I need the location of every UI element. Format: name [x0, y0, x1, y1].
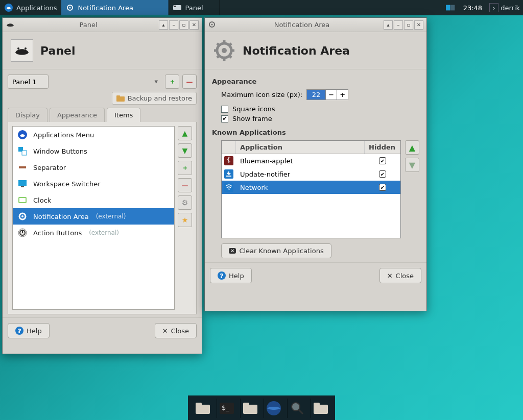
remove-panel-button[interactable]: —: [182, 75, 197, 89]
window-up-button[interactable]: ▴: [384, 20, 393, 30]
user-label[interactable]: derrik: [501, 4, 523, 12]
window-up-button[interactable]: ▴: [159, 20, 168, 30]
notif-header: Notification Area: [205, 32, 426, 69]
spinner-minus-button[interactable]: −: [325, 90, 337, 100]
window-close-button[interactable]: ✕: [189, 20, 199, 30]
dock-files-icon[interactable]: [193, 399, 212, 418]
dock-files-icon[interactable]: [311, 399, 330, 418]
col-application[interactable]: Application: [236, 141, 365, 154]
square-icons-checkbox[interactable]: [221, 106, 228, 113]
tab-display[interactable]: Display: [8, 108, 47, 122]
table-row[interactable]: Network: [222, 181, 400, 194]
table-row[interactable]: Blueman-applet: [222, 154, 400, 167]
table-row[interactable]: Update-notifier: [222, 167, 400, 181]
show-frame-checkbox[interactable]: [221, 115, 228, 122]
svg-point-35: [222, 48, 227, 53]
move-down-button[interactable]: ▼: [178, 143, 192, 158]
separator-icon: [17, 162, 28, 173]
item-favorite-button[interactable]: ★: [178, 213, 192, 227]
list-item[interactable]: Applications Menu: [13, 127, 174, 143]
show-frame-label: Show frame: [232, 115, 272, 122]
app-move-down-button[interactable]: ▼: [405, 158, 419, 172]
svg-point-20: [21, 215, 23, 217]
spinner-plus-button[interactable]: +: [337, 90, 348, 100]
folder-icon: [116, 95, 125, 102]
table-header: Application Hidden: [222, 141, 400, 154]
window-title: Panel: [18, 21, 159, 29]
remove-item-button[interactable]: —: [178, 178, 192, 192]
svg-point-44: [292, 403, 300, 411]
item-label: Applications Menu: [33, 131, 94, 139]
hidden-checkbox[interactable]: [379, 184, 386, 191]
notif-titlebar[interactable]: Notification Area ▴ – ▫ ✕: [205, 18, 426, 32]
add-item-button[interactable]: ＋: [178, 161, 192, 175]
app-name: Update-notifier: [236, 170, 365, 178]
dock-terminal-icon[interactable]: $_: [217, 399, 236, 418]
tab-appearance[interactable]: Appearance: [50, 108, 105, 122]
panel-select[interactable]: Panel 1: [8, 75, 49, 89]
svg-rect-6: [450, 5, 455, 11]
col-hidden[interactable]: Hidden: [365, 141, 400, 154]
window-maximize-button[interactable]: ▫: [404, 20, 413, 30]
taskbar-task-panel[interactable]: Panel: [169, 0, 220, 15]
notif-close-button[interactable]: ✕ Close: [379, 268, 421, 283]
backup-restore-button[interactable]: Backup and restore: [112, 92, 197, 105]
close-icon: ✕: [162, 327, 168, 335]
panel-close-button[interactable]: ✕ Close: [155, 323, 197, 338]
hidden-checkbox[interactable]: [379, 170, 386, 178]
help-icon: ?: [15, 327, 23, 335]
list-item[interactable]: Window Buttons: [13, 143, 174, 159]
svg-rect-47: [314, 403, 320, 406]
svg-rect-4: [174, 6, 176, 7]
list-item[interactable]: Separator: [13, 159, 174, 176]
gear-icon: [17, 211, 28, 222]
applications-menu-button[interactable]: Applications: [0, 0, 61, 15]
dock-search-icon[interactable]: [287, 399, 306, 418]
apps-menu-icon: [17, 129, 28, 140]
gear-big-icon: [213, 39, 235, 62]
appearance-section-label: Appearance: [212, 78, 419, 85]
window-minimize-button[interactable]: –: [169, 20, 178, 30]
window-buttons-icon: [17, 145, 28, 157]
square-icons-label: Square icons: [232, 105, 275, 113]
workspace-indicator-icon[interactable]: [446, 3, 455, 12]
clear-icon: ✕: [229, 248, 236, 254]
max-icon-spinner: − +: [306, 89, 348, 100]
svg-rect-10: [116, 95, 120, 97]
item-settings-button[interactable]: ⚙: [178, 195, 192, 210]
svg-point-7: [17, 47, 19, 50]
task-label: Notification Area: [78, 4, 133, 12]
svg-rect-15: [18, 180, 27, 186]
hidden-checkbox[interactable]: [379, 157, 386, 164]
mouse-icon: [6, 20, 15, 30]
gear-icon: [65, 3, 75, 12]
known-apps-table[interactable]: Application Hidden Blueman-appletUpdate-…: [221, 140, 401, 238]
tab-items[interactable]: Items: [107, 108, 140, 122]
chevron-right-icon[interactable]: ›: [489, 3, 498, 12]
clock-icon: [17, 194, 28, 206]
dock-web-icon[interactable]: [264, 399, 283, 418]
app-move-up-button[interactable]: ▲: [405, 140, 419, 155]
taskbar-task-notification[interactable]: Notification Area: [61, 0, 169, 15]
item-side-buttons: ▲ ▼ ＋ — ⚙ ★: [178, 126, 192, 310]
svg-rect-16: [21, 186, 24, 187]
panel-help-button[interactable]: ? Help: [8, 323, 50, 338]
add-panel-button[interactable]: ＋: [165, 75, 179, 89]
list-item[interactable]: Clock: [13, 192, 174, 208]
max-icon-input[interactable]: [307, 90, 325, 100]
top-taskbar: Applications Notification Area Panel 23:…: [0, 0, 523, 15]
move-up-button[interactable]: ▲: [178, 126, 192, 140]
item-label: Separator: [33, 164, 66, 171]
items-list[interactable]: Applications MenuWindow ButtonsSeparator…: [12, 126, 175, 310]
window-maximize-button[interactable]: ▫: [179, 20, 188, 30]
list-item[interactable]: Workspace Switcher: [13, 176, 174, 192]
list-item[interactable]: Notification Area(external): [13, 208, 174, 225]
notif-help-button[interactable]: ? Help: [210, 268, 252, 283]
gear-icon: [208, 20, 217, 30]
window-minimize-button[interactable]: –: [394, 20, 403, 30]
dock-files-icon[interactable]: [240, 399, 259, 418]
panel-titlebar[interactable]: Panel ▴ – ▫ ✕: [3, 18, 202, 32]
list-item[interactable]: Action Buttons(external): [13, 225, 174, 241]
clear-known-apps-button[interactable]: ✕ Clear Known Applications: [221, 243, 331, 258]
window-close-button[interactable]: ✕: [414, 20, 423, 30]
